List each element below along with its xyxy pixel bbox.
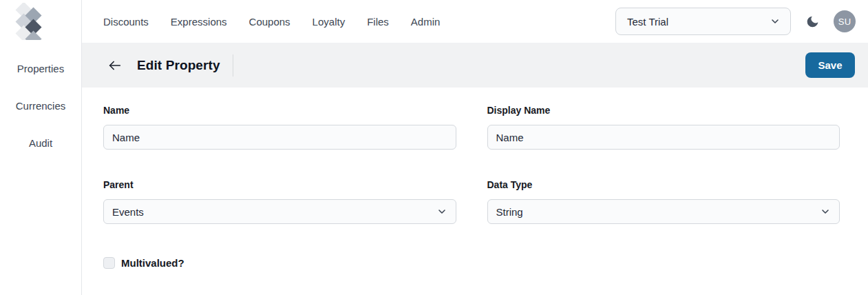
brand-diamond-chevron-icon bbox=[14, 3, 47, 40]
name-field-group: Name bbox=[103, 105, 456, 150]
save-button[interactable]: Save bbox=[805, 52, 855, 78]
arrow-left-icon bbox=[107, 58, 123, 73]
data-type-select[interactable]: String bbox=[487, 199, 840, 224]
nav-item-discounts[interactable]: Discounts bbox=[103, 16, 149, 28]
edit-property-form: Name Display Name Parent Events bbox=[82, 88, 868, 295]
sidebar-item-currencies[interactable]: Currencies bbox=[0, 87, 81, 124]
nav-item-loyalty[interactable]: Loyalty bbox=[313, 16, 346, 28]
sidebar-nav: Properties Currencies Audit bbox=[0, 43, 81, 161]
page-header: Edit Property Save bbox=[82, 43, 868, 88]
back-button[interactable] bbox=[107, 57, 123, 74]
page-title: Edit Property bbox=[137, 58, 220, 73]
chevron-down-icon bbox=[770, 16, 781, 27]
nav-item-coupons[interactable]: Coupons bbox=[249, 16, 290, 28]
dark-mode-toggle[interactable] bbox=[804, 13, 821, 30]
org-select[interactable]: Test Trial bbox=[615, 8, 791, 35]
sidebar: Properties Currencies Audit bbox=[0, 0, 82, 295]
multivalued-checkbox[interactable] bbox=[103, 257, 115, 269]
app-window: Properties Currencies Audit Discounts Ex… bbox=[0, 0, 868, 295]
avatar[interactable]: SU bbox=[834, 10, 856, 32]
parent-field-group: Parent Events bbox=[103, 179, 456, 224]
display-name-field-group: Display Name bbox=[487, 105, 840, 150]
multivalued-row: Multivalued? bbox=[103, 257, 840, 269]
chevron-down-icon bbox=[436, 206, 447, 217]
brand-logo[interactable] bbox=[0, 0, 81, 43]
main-column: Discounts Expressions Coupons Loyalty Fi… bbox=[82, 0, 868, 295]
title-divider bbox=[233, 54, 233, 77]
parent-label: Parent bbox=[103, 179, 456, 190]
display-name-label: Display Name bbox=[487, 105, 840, 116]
topbar: Discounts Expressions Coupons Loyalty Fi… bbox=[82, 0, 868, 43]
data-type-label: Data Type bbox=[487, 179, 840, 190]
multivalued-label: Multivalued? bbox=[121, 257, 184, 269]
nav-item-admin[interactable]: Admin bbox=[411, 16, 441, 28]
avatar-initials: SU bbox=[838, 17, 851, 27]
topbar-right-cluster: Test Trial SU bbox=[615, 8, 856, 35]
name-label: Name bbox=[103, 105, 456, 116]
data-type-select-value: String bbox=[496, 206, 523, 218]
sidebar-item-audit[interactable]: Audit bbox=[0, 124, 81, 161]
display-name-input[interactable] bbox=[487, 125, 840, 150]
chevron-down-icon bbox=[820, 206, 831, 217]
parent-select-value: Events bbox=[112, 206, 144, 218]
data-type-field-group: Data Type String bbox=[487, 179, 840, 224]
nav-item-files[interactable]: Files bbox=[367, 16, 389, 28]
moon-icon bbox=[805, 14, 820, 29]
nav-item-expressions[interactable]: Expressions bbox=[171, 16, 227, 28]
name-input[interactable] bbox=[103, 125, 456, 150]
sidebar-item-properties[interactable]: Properties bbox=[0, 50, 81, 87]
top-nav: Discounts Expressions Coupons Loyalty Fi… bbox=[103, 16, 440, 28]
parent-select[interactable]: Events bbox=[103, 199, 456, 224]
org-select-value: Test Trial bbox=[627, 16, 668, 28]
